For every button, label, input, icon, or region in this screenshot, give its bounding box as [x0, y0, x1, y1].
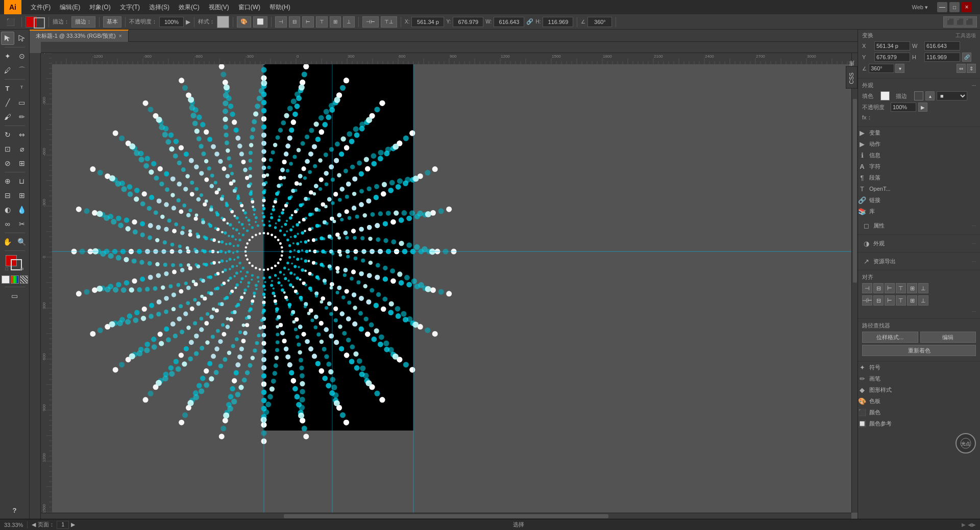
panel-item-actions[interactable]: ▶ 动作: [858, 138, 980, 149]
angle-dropdown-btn[interactable]: ▾: [895, 64, 904, 73]
x-coord-input[interactable]: [874, 41, 910, 51]
right-icons[interactable]: ⬛ ⬛ ⬛: [943, 16, 977, 28]
align-section-more[interactable]: ···: [862, 308, 976, 315]
align-center-v-btn[interactable]: ⊞: [330, 16, 341, 28]
h-coord-input[interactable]: [924, 53, 960, 62]
gradient-tool[interactable]: ◐: [1, 203, 14, 216]
pen-tool[interactable]: 🖊: [1, 64, 14, 77]
menu-view[interactable]: 视图(V): [205, 0, 233, 14]
panel-item-color-guide[interactable]: 🔲 颜色参考: [858, 418, 980, 429]
panel-item-symbol[interactable]: ✦ 符号: [858, 362, 980, 373]
pencil-tool[interactable]: ✏: [15, 110, 29, 123]
panel-item-appearance[interactable]: ◑ 外观 ···: [862, 238, 976, 249]
mesh-tool[interactable]: ⊞: [15, 189, 29, 202]
panel-item-swatches[interactable]: 🎨 色板: [858, 395, 980, 407]
horizontal-scrollbar[interactable]: [41, 513, 851, 519]
angle-panel-input[interactable]: [869, 64, 894, 73]
toolbar-icon-1[interactable]: ⬛: [3, 16, 18, 28]
align-right-btn[interactable]: ⊢: [302, 16, 314, 28]
flip-v-btn[interactable]: ⇕: [967, 64, 976, 73]
opacity-panel-input[interactable]: [891, 103, 916, 112]
page-back-btn[interactable]: ◀: [32, 521, 36, 528]
close-btn[interactable]: ×: [962, 2, 972, 12]
none-mode-btn[interactable]: [20, 275, 28, 284]
eyedropper-tool[interactable]: 💧: [15, 203, 29, 216]
zoom-tool[interactable]: 🔍: [15, 235, 29, 248]
rect-tool[interactable]: ▭: [15, 96, 29, 109]
pathfinder-btn1[interactable]: 位样格式...: [862, 332, 918, 343]
distrib-left-btn[interactable]: ⊣⊢: [862, 295, 872, 306]
pathfinder-btn2[interactable]: 编辑: [920, 332, 976, 343]
stroke-weight-spinner[interactable]: ▴: [925, 91, 935, 100]
lasso-tool[interactable]: ⊙: [15, 49, 29, 63]
help-btn[interactable]: ?: [8, 503, 21, 517]
align-top-edge-btn[interactable]: ⊤: [896, 283, 906, 293]
type-tool[interactable]: T: [1, 82, 14, 95]
scissors-tool[interactable]: ✂: [15, 217, 29, 231]
magic-wand-tool[interactable]: ✦: [1, 49, 14, 63]
align-left-btn[interactable]: ⊣: [275, 16, 287, 28]
menu-effect[interactable]: 效果(C): [175, 0, 204, 14]
maximize-btn[interactable]: □: [949, 2, 960, 12]
x-input[interactable]: [411, 17, 444, 27]
align-right-edge-btn[interactable]: ⊢: [885, 283, 895, 293]
align-center-v-btn[interactable]: ⊞: [907, 283, 917, 293]
panel-item-attr[interactable]: ◻ 属性 ···: [862, 220, 976, 231]
panel-item-brushes[interactable]: ✏ 画笔: [858, 373, 980, 384]
change-screen-mode[interactable]: ▭: [8, 289, 21, 302]
align-left-edge-btn[interactable]: ⊣: [862, 283, 872, 293]
fill-color-panel[interactable]: [880, 91, 890, 100]
panel-item-info[interactable]: ℹ 信息: [858, 149, 980, 161]
direct-select-tool[interactable]: [15, 32, 29, 45]
constrain-proportions-btn[interactable]: 🔗: [962, 53, 971, 62]
free-transform-tool[interactable]: ⊞: [15, 157, 29, 170]
menu-help[interactable]: 帮助(H): [265, 0, 295, 14]
minimize-btn[interactable]: —: [937, 2, 947, 12]
scale-tool[interactable]: ⊡: [1, 142, 14, 156]
stroke-color-panel[interactable]: [914, 91, 923, 100]
w-coord-input[interactable]: [924, 41, 960, 51]
blend-mode-btn[interactable]: 基本: [103, 16, 121, 28]
color-mode-btn[interactable]: □: [2, 275, 10, 284]
perspective-grid-tool[interactable]: ⊟: [1, 189, 14, 202]
align-center-h-btn[interactable]: ⊟: [873, 283, 884, 293]
align-bottom-edge-btn[interactable]: ⊥: [918, 283, 928, 293]
panel-item-paragraph[interactable]: ¶ 段落: [858, 172, 980, 183]
h-scroll-thumb[interactable]: [284, 514, 608, 518]
panel-item-library[interactable]: 📚 库: [858, 206, 980, 217]
h-input[interactable]: [543, 17, 573, 27]
panel-item-color[interactable]: ⬛ 颜色: [858, 407, 980, 418]
width-tool[interactable]: ⊘: [1, 157, 14, 170]
page-nav[interactable]: ◀ 页面： ▶: [32, 521, 75, 529]
warp-tool[interactable]: ⌀: [15, 142, 29, 156]
gradient-mode-btn[interactable]: [11, 275, 19, 284]
stroke-swatch[interactable]: [34, 17, 45, 29]
menu-file[interactable]: 文件(F): [27, 0, 55, 14]
default-colors-icon[interactable]: □: [6, 266, 8, 271]
distrib-center-v-btn[interactable]: ⊞: [907, 295, 917, 306]
canvas-area[interactable]: [30, 42, 857, 519]
menu-window[interactable]: 窗口(W): [234, 0, 264, 14]
menu-edit[interactable]: 编辑(E): [56, 0, 84, 14]
style-swatch[interactable]: [217, 16, 229, 28]
page-input[interactable]: [57, 521, 69, 529]
select-tool[interactable]: [1, 32, 14, 45]
reflect-tool[interactable]: ⇔: [15, 128, 29, 141]
panel-item-openfont[interactable]: T OpenT...: [858, 183, 980, 194]
vertical-scrollbar[interactable]: [851, 53, 857, 513]
panel-item-asset-export[interactable]: ↗ 资源导出 ···: [862, 256, 976, 267]
v-scroll-thumb[interactable]: [853, 99, 857, 283]
panel-item-graphic-styles[interactable]: ◆ 图形样式: [858, 384, 980, 395]
menu-select[interactable]: 选择(S): [145, 0, 174, 14]
flip-h-btn[interactable]: ⇔: [957, 64, 966, 73]
link-icon[interactable]: 🔗: [526, 18, 533, 25]
stroke-width-btn[interactable]: 描边：: [71, 16, 95, 28]
opacity-arrow-btn[interactable]: ▶: [918, 103, 927, 112]
brand-logo-btn[interactable]: 光点: [955, 433, 976, 453]
appearance-more-btn[interactable]: ···: [972, 241, 976, 246]
line-tool[interactable]: ╱: [1, 96, 14, 109]
w-input[interactable]: [494, 17, 524, 27]
panel-item-links[interactable]: 🔗 链接: [858, 194, 980, 206]
css-library-tab[interactable]: CSS 库: [846, 66, 857, 89]
align-center-h-btn[interactable]: ⊟: [289, 16, 300, 28]
